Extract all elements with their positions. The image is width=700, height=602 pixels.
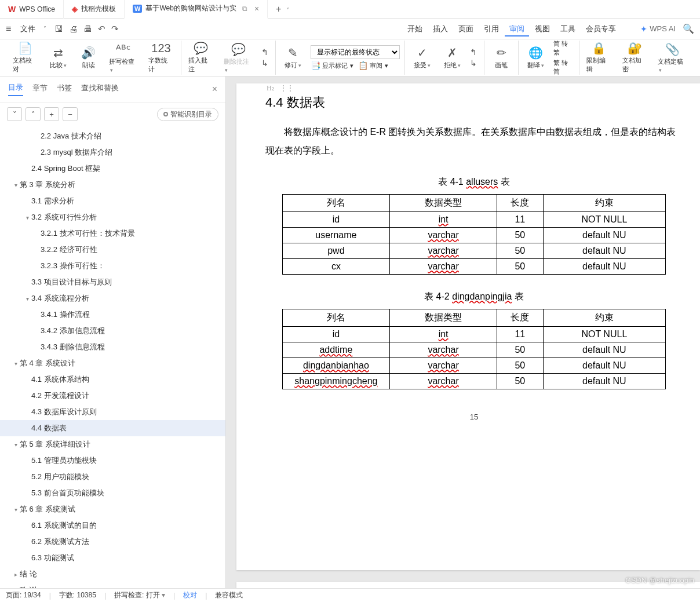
compare-button[interactable]: ⇄比较▾ [46, 44, 71, 72]
page-indicator[interactable]: 页面: 19/34 [6, 590, 41, 600]
expand-icon[interactable]: ▾ [23, 295, 31, 302]
toc-item[interactable]: 3.2.2 经济可行性 [0, 242, 225, 258]
spellcheck-status[interactable]: 拼写检查: 打开 ▾ [114, 590, 165, 600]
markup-view-select[interactable]: 显示标记的最终状态 [311, 45, 400, 59]
pen-button[interactable]: ✏画笔 [489, 44, 513, 72]
toc-item[interactable]: 4.4 数据表 [0, 420, 225, 436]
toc-item[interactable]: 3.3 项目设计目标与原则 [0, 274, 225, 290]
document-area[interactable]: H₂ ⋮⋮ 4.4 数据表 将数据库概念设计的 E-R 图转换为关系数据库。在关… [226, 76, 700, 588]
file-menu[interactable]: 文件 [16, 21, 40, 37]
restrict-edit-button[interactable]: 🔒限制编辑 [584, 39, 614, 76]
track-changes-button[interactable]: ✎修订▾ [280, 44, 305, 72]
expand-icon[interactable]: ▾ [12, 442, 20, 448]
chevron-down-icon[interactable]: ˅ [286, 7, 289, 13]
toc-item[interactable]: ▾第 3 章 系统分析 [0, 177, 225, 193]
toc-item[interactable]: 2.2 Java 技术介绍 [0, 128, 225, 144]
toc-item[interactable]: 5.3 前台首页功能模块 [0, 485, 225, 501]
menu-insert[interactable]: 插入 [428, 21, 453, 37]
toc-item[interactable]: 4.1 系统体系结构 [0, 371, 225, 388]
expand-icon[interactable]: ▾ [12, 506, 20, 513]
toc-item[interactable]: 2.4 Spring Boot 框架 [0, 160, 225, 177]
toc-item[interactable]: ▾3.4 系统流程分析 [0, 290, 225, 307]
detach-icon[interactable]: ⧉ [242, 5, 247, 13]
prev-comment-button[interactable]: ↰ [261, 48, 271, 57]
toc-item[interactable]: ▾第 4 章 系统设计 [0, 355, 225, 371]
add-tab-button[interactable]: + ˅ [268, 4, 297, 14]
next-comment-button[interactable]: ↳ [261, 59, 271, 68]
encrypt-doc-button[interactable]: 🔐文档加密 [620, 39, 650, 76]
undo-icon[interactable]: ↶ [98, 24, 105, 34]
tab-find-replace[interactable]: 查找和替换 [81, 83, 119, 96]
hamburger-icon[interactable]: ≡ [6, 24, 11, 34]
word-count-indicator[interactable]: 字数: 10385 [59, 590, 96, 600]
translate-button[interactable]: 🌐翻译▾ [523, 44, 548, 72]
proofing-link[interactable]: 校对 [183, 590, 197, 600]
accept-button[interactable]: ✓接受▾ [410, 44, 434, 72]
expand-all-button[interactable]: ˄ [25, 107, 41, 121]
save-icon[interactable]: 🖫 [54, 24, 63, 34]
menu-page[interactable]: 页面 [454, 21, 478, 37]
toc-item[interactable]: 3.4.1 操作流程 [0, 307, 225, 323]
app-tab-wps[interactable]: W WPS Office [0, 0, 64, 19]
prev-change-button[interactable]: ↰ [470, 48, 479, 57]
auto-detect-toc-button[interactable]: 智能识别目录 [157, 108, 218, 121]
toc-item[interactable]: 4.2 开发流程设计 [0, 388, 225, 404]
review-pane-button[interactable]: 📋审阅▾ [358, 61, 388, 70]
toc-item[interactable]: 3.4.3 删除信息流程 [0, 339, 225, 355]
toc-list[interactable]: 2.2 Java 技术介绍2.3 mysql 数据库介绍2.4 Spring B… [0, 126, 225, 588]
wps-ai-button[interactable]: ✦ WPS AI [640, 24, 676, 34]
drag-handle-icon[interactable]: ⋮⋮ [279, 83, 293, 93]
simp-to-trad-button[interactable]: 简 转繁 [553, 39, 574, 57]
collapse-all-button[interactable]: ˅ [7, 107, 22, 121]
close-icon[interactable]: × [212, 84, 217, 94]
expand-icon[interactable]: ▾ [12, 182, 20, 188]
toc-item[interactable]: 6.1 系统测试的目的 [0, 517, 225, 534]
print-icon[interactable]: 🖨 [69, 24, 78, 34]
toc-item[interactable]: ▸结 论 [0, 566, 225, 582]
expand-icon[interactable]: ▸ [12, 588, 20, 589]
toc-item[interactable]: 3.4.2 添加信息流程 [0, 323, 225, 339]
menu-member[interactable]: 会员专享 [581, 21, 621, 37]
toc-item[interactable]: 3.2.1 技术可行性：技术背景 [0, 225, 225, 242]
trad-to-simp-button[interactable]: 繁 转简 [553, 59, 574, 76]
heading-style-hint[interactable]: H₂ ⋮⋮ [267, 83, 293, 93]
word-count-button[interactable]: 123字数统计 [146, 39, 176, 76]
tab-bookmarks[interactable]: 书签 [57, 83, 72, 96]
menu-tools[interactable]: 工具 [556, 21, 580, 37]
menu-reference[interactable]: 引用 [479, 21, 504, 37]
reject-button[interactable]: ✗拒绝▾ [440, 44, 464, 72]
menu-review[interactable]: 审阅 [505, 21, 529, 37]
app-tab-template[interactable]: ◈ 找稻壳模板 [64, 0, 125, 19]
toc-item[interactable]: ▸致 谢 [0, 582, 225, 588]
expand-icon[interactable]: ▾ [23, 214, 31, 221]
toc-item[interactable]: 2.3 mysql 数据库介绍 [0, 144, 225, 160]
search-icon[interactable]: 🔍 [683, 23, 694, 34]
remove-heading-button[interactable]: − [63, 107, 78, 121]
toc-item[interactable]: 4.3 数据库设计原则 [0, 404, 225, 420]
menu-start[interactable]: 开始 [403, 21, 427, 37]
read-aloud-button[interactable]: 🔊朗读 [76, 44, 101, 72]
toc-item[interactable]: 6.2 系统测试方法 [0, 534, 225, 550]
close-icon[interactable]: × [254, 4, 259, 13]
finalize-doc-button[interactable]: 📎文档定稿▾ [655, 41, 690, 75]
toc-item[interactable]: 6.3 功能测试 [0, 550, 225, 566]
toc-item[interactable]: 5.1 管理员功能模块 [0, 453, 225, 469]
spell-check-button[interactable]: ᴬᴮᶜ拼写检查▾ [107, 41, 141, 75]
expand-icon[interactable]: ▾ [12, 360, 20, 367]
tab-toc[interactable]: 目录 [8, 82, 23, 96]
doc-proof-button[interactable]: 📄文档校对 [10, 39, 41, 76]
toc-item[interactable]: 3.1 需求分析 [0, 193, 225, 209]
print-preview-icon[interactable]: 🖶 [83, 24, 92, 34]
toc-item[interactable]: ▾第 6 章 系统测试 [0, 501, 225, 517]
menu-view[interactable]: 视图 [530, 21, 555, 37]
insert-comment-button[interactable]: 💬插入批注 [186, 39, 216, 76]
toc-item[interactable]: 3.2.3 操作可行性： [0, 258, 225, 274]
show-markup-button[interactable]: 📑显示标记▾ [311, 61, 353, 70]
toc-item[interactable]: ▾第 5 章 系统详细设计 [0, 436, 225, 453]
expand-icon[interactable]: ▸ [12, 571, 20, 578]
toc-item[interactable]: 5.2 用户功能模块 [0, 469, 225, 485]
toc-item[interactable]: ▾3.2 系统可行性分析 [0, 209, 225, 225]
redo-icon[interactable]: ↷ [111, 24, 119, 34]
next-change-button[interactable]: ↳ [470, 59, 479, 68]
tab-chapters[interactable]: 章节 [32, 83, 48, 96]
